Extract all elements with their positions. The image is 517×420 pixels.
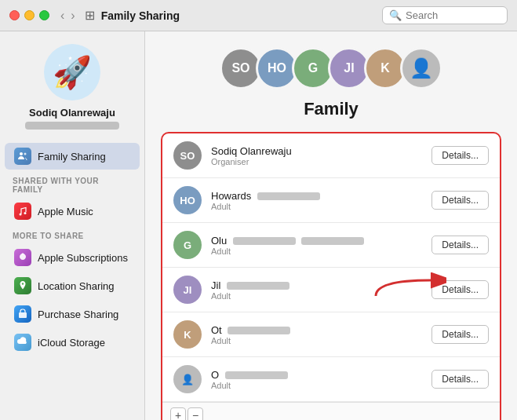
sidebar-item-label-apple-subscriptions: Apple Subscriptions bbox=[38, 252, 128, 264]
avatar: G bbox=[173, 231, 202, 259]
sidebar: 🚀 Sodiq Olanrewaju Family Sharing SHARED… bbox=[0, 31, 145, 420]
avatar: 👤 bbox=[173, 365, 202, 393]
details-button[interactable]: Details... bbox=[431, 146, 489, 165]
traffic-lights bbox=[9, 10, 49, 20]
svg-point-2 bbox=[20, 214, 22, 216]
apple-subs-icon bbox=[14, 249, 31, 266]
details-button[interactable]: Details... bbox=[431, 191, 489, 210]
member-info: O Adult bbox=[211, 369, 422, 390]
sidebar-item-label-apple-music: Apple Music bbox=[38, 206, 93, 217]
icloud-icon bbox=[14, 334, 31, 351]
table-row: JI Jil Adult Details... bbox=[162, 268, 500, 312]
more-section-label: MORE TO SHARE bbox=[0, 225, 144, 243]
avatar: SO bbox=[173, 141, 202, 170]
search-icon: 🔍 bbox=[389, 9, 402, 21]
titlebar: ‹ › ⊞ Family Sharing 🔍 bbox=[0, 0, 517, 31]
svg-point-0 bbox=[20, 152, 23, 155]
member-role: Organiser bbox=[211, 157, 422, 166]
window-title: Family Sharing bbox=[101, 9, 382, 22]
sidebar-item-label-family-sharing: Family Sharing bbox=[38, 151, 106, 163]
member-role: Adult bbox=[211, 381, 422, 390]
members-table: SO Sodiq Olanrewaju Organiser Details...… bbox=[161, 132, 501, 420]
table-row: K Ot Adult Details... bbox=[162, 312, 500, 357]
profile-avatar: 🚀 bbox=[44, 44, 100, 100]
sidebar-item-purchase-sharing[interactable]: Purchase Sharing bbox=[5, 301, 140, 327]
name-blur bbox=[233, 237, 296, 245]
sidebar-item-location-sharing[interactable]: Location Sharing bbox=[5, 272, 140, 299]
close-button[interactable] bbox=[9, 10, 20, 20]
search-input[interactable] bbox=[406, 9, 501, 21]
sidebar-item-apple-subscriptions[interactable]: Apple Subscriptions bbox=[5, 244, 140, 271]
avatar: K bbox=[173, 320, 202, 349]
sidebar-item-family-sharing[interactable]: Family Sharing bbox=[5, 143, 140, 170]
content-area: SO HO G JI K 👤 Family SO Sodiq Olanrewaj… bbox=[145, 31, 517, 420]
name-blur bbox=[257, 192, 320, 200]
details-button[interactable]: Details... bbox=[431, 325, 489, 344]
details-button[interactable]: Details... bbox=[431, 280, 489, 299]
sidebar-profile: 🚀 Sodiq Olanrewaju bbox=[0, 44, 144, 142]
members-wrapper: SO Sodiq Olanrewaju Organiser Details...… bbox=[161, 132, 501, 420]
sidebar-item-label-location-sharing: Location Sharing bbox=[38, 280, 115, 292]
avatar: JI bbox=[173, 276, 202, 304]
member-name: Olu bbox=[211, 235, 422, 247]
table-row: SO Sodiq Olanrewaju Organiser Details... bbox=[162, 133, 500, 178]
apple-music-icon bbox=[14, 203, 31, 220]
name-blur bbox=[227, 282, 289, 290]
member-name: Sodiq Olanrewaju bbox=[211, 145, 422, 157]
member-name: O bbox=[211, 369, 422, 381]
sidebar-item-icloud-storage[interactable]: iCloud Storage bbox=[5, 329, 140, 356]
profile-blur-bar bbox=[25, 122, 119, 130]
member-info: Howards Adult bbox=[211, 190, 422, 211]
table-row: G Olu Adult Details... bbox=[162, 223, 500, 268]
member-role: Adult bbox=[211, 336, 422, 345]
profile-name: Sodiq Olanrewaju bbox=[29, 107, 115, 119]
sidebar-item-label-purchase-sharing: Purchase Sharing bbox=[38, 309, 118, 320]
member-role: Adult bbox=[211, 291, 422, 301]
avatar: HO bbox=[173, 186, 202, 214]
member-info: Jil Adult bbox=[211, 279, 422, 301]
name-blur-2 bbox=[301, 237, 364, 245]
main-layout: 🚀 Sodiq Olanrewaju Family Sharing SHARED… bbox=[0, 31, 517, 420]
purchase-icon bbox=[14, 305, 31, 323]
member-role: Adult bbox=[211, 247, 422, 256]
details-button[interactable]: Details... bbox=[431, 370, 489, 389]
avatar-o: 👤 bbox=[400, 47, 442, 89]
member-role: Adult bbox=[211, 202, 422, 211]
member-name: Jil bbox=[211, 279, 422, 291]
table-row: HO Howards Adult Details... bbox=[162, 178, 500, 223]
fullscreen-button[interactable] bbox=[39, 10, 49, 20]
svg-point-4 bbox=[22, 283, 24, 284]
section-title: Family bbox=[161, 99, 501, 119]
grid-icon: ⊞ bbox=[85, 8, 95, 23]
back-button[interactable]: ‹ bbox=[59, 9, 66, 23]
member-name: Howards bbox=[211, 190, 422, 202]
member-info: Sodiq Olanrewaju Organiser bbox=[211, 145, 422, 166]
family-sharing-icon bbox=[14, 148, 31, 165]
table-controls: + − bbox=[162, 402, 500, 420]
minimize-button[interactable] bbox=[24, 10, 35, 20]
remove-member-button[interactable]: − bbox=[188, 407, 203, 420]
svg-point-1 bbox=[24, 153, 27, 155]
member-name: Ot bbox=[211, 324, 422, 336]
avatars-row: SO HO G JI K 👤 bbox=[161, 47, 501, 89]
shared-section-label: SHARED WITH YOUR FAMILY bbox=[0, 170, 144, 197]
name-blur bbox=[228, 327, 290, 334]
svg-rect-5 bbox=[19, 312, 27, 318]
svg-point-3 bbox=[24, 212, 27, 214]
search-box[interactable]: 🔍 bbox=[382, 6, 508, 24]
add-member-button[interactable]: + bbox=[170, 407, 186, 420]
table-row: 👤 O Adult Details... bbox=[162, 357, 500, 402]
name-blur bbox=[225, 371, 288, 379]
member-info: Ot Adult bbox=[211, 324, 422, 345]
details-button[interactable]: Details... bbox=[431, 236, 489, 254]
member-info: Olu Adult bbox=[211, 235, 422, 256]
sidebar-item-label-icloud-storage: iCloud Storage bbox=[38, 337, 105, 349]
location-icon bbox=[14, 277, 31, 294]
sidebar-item-apple-music[interactable]: Apple Music bbox=[5, 198, 140, 225]
forward-button[interactable]: › bbox=[69, 9, 76, 23]
nav-buttons: ‹ › bbox=[59, 9, 77, 23]
